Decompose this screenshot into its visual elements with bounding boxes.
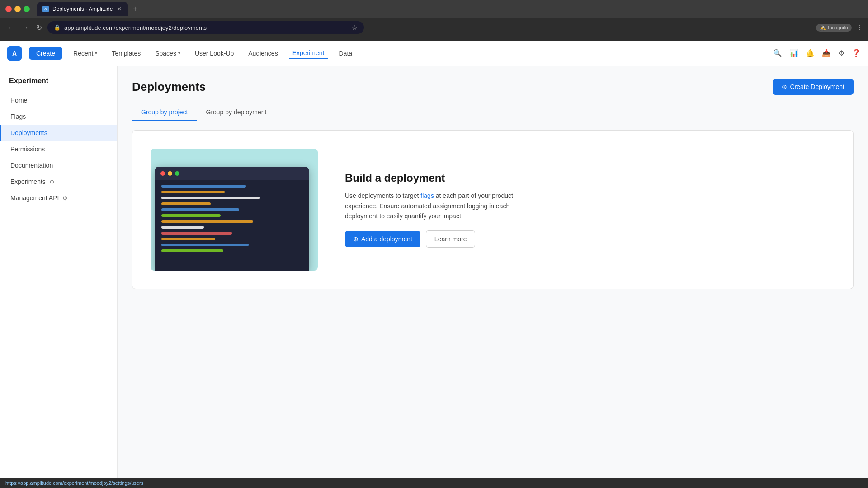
nav-audiences[interactable]: Audiences — [245, 48, 281, 59]
address-bar[interactable]: 🔒 app.amplitude.com/experiment/moodjoy2/… — [47, 21, 364, 34]
tab-nav: Group by project Group by deployment — [132, 104, 854, 121]
deployment-description: Use deployments to target flags at each … — [345, 191, 535, 221]
nav-data[interactable]: Data — [335, 48, 356, 59]
browser-maximize-button[interactable] — [24, 6, 30, 12]
window-dot-yellow — [168, 171, 172, 176]
code-line — [161, 191, 225, 193]
sidebar-label-experiments: Experiments — [10, 178, 46, 185]
chart-icon[interactable]: 📊 — [789, 49, 798, 57]
page-title: Deployments — [132, 80, 206, 94]
browser-chrome: A Deployments - Amplitude ✕ + ← → ↻ 🔒 ap… — [0, 0, 868, 41]
sidebar-label-deployments: Deployments — [10, 129, 47, 136]
learn-more-button[interactable]: Learn more — [426, 230, 476, 248]
code-window — [155, 167, 309, 271]
top-nav: A Create Recent ▾ Templates Spaces ▾ Use… — [0, 41, 868, 66]
tab-favicon: A — [42, 6, 49, 12]
create-button[interactable]: Create — [29, 47, 62, 60]
amplitude-logo[interactable]: A — [7, 46, 22, 61]
sidebar-label-flags: Flags — [10, 113, 26, 120]
browser-minimize-button[interactable] — [14, 6, 21, 12]
create-deployment-button[interactable]: ⊕ Create Deployment — [773, 79, 854, 95]
sidebar: Experiment Home Flags Deployments Permis… — [0, 66, 118, 478]
code-line — [161, 244, 249, 246]
bookmark-star-icon[interactable]: ☆ — [352, 24, 358, 31]
management-api-settings-icon: ⚙ — [62, 195, 68, 202]
sidebar-item-management-api[interactable]: Management API ⚙ — [0, 190, 117, 206]
actions: ⊕ Add a deployment Learn more — [345, 230, 535, 248]
new-tab-button[interactable]: + — [130, 5, 140, 14]
nav-right: 🔍 📊 🔔 📥 ⚙ ❓ — [773, 49, 861, 57]
deployment-illustration — [151, 149, 318, 271]
code-line — [161, 220, 253, 223]
code-line — [161, 185, 246, 188]
nav-spaces[interactable]: Spaces ▾ — [151, 48, 184, 59]
browser-addressbar: ← → ↻ 🔒 app.amplitude.com/experiment/moo… — [0, 18, 868, 37]
window-dot-green — [175, 171, 179, 176]
code-window-header — [155, 167, 309, 180]
code-line — [161, 214, 221, 217]
app-wrapper: A Create Recent ▾ Templates Spaces ▾ Use… — [0, 41, 868, 488]
tab-group-by-deployment[interactable]: Group by deployment — [197, 104, 276, 121]
page-header: Deployments ⊕ Create Deployment — [132, 79, 854, 95]
browser-menu-button[interactable]: ⋮ — [856, 24, 863, 31]
flags-link[interactable]: flags — [420, 192, 434, 199]
sidebar-label-home: Home — [10, 97, 27, 104]
url-display: app.amplitude.com/experiment/moodjoy2/de… — [64, 24, 348, 31]
sidebar-item-experiments[interactable]: Experiments ⚙ — [0, 174, 117, 190]
code-line — [161, 226, 204, 229]
sidebar-item-deployments[interactable]: Deployments — [0, 125, 117, 141]
sidebar-label-management-api: Management API — [10, 194, 59, 202]
back-button[interactable]: ← — [5, 22, 16, 33]
nav-user-lookup[interactable]: User Look-Up — [191, 48, 237, 59]
spaces-chevron-icon: ▾ — [178, 51, 180, 56]
nav-templates[interactable]: Templates — [108, 48, 144, 59]
nav-experiment[interactable]: Experiment — [289, 47, 328, 59]
status-url: https://app.amplitude.com/experiment/moo… — [5, 480, 143, 486]
recent-chevron-icon: ▾ — [95, 51, 97, 56]
bell-icon[interactable]: 🔔 — [806, 49, 815, 57]
deployment-text: Build a deployment Use deployments to ta… — [345, 172, 535, 247]
settings-icon[interactable]: ⚙ — [838, 49, 844, 57]
experiments-settings-icon: ⚙ — [49, 178, 55, 185]
search-icon[interactable]: 🔍 — [773, 49, 782, 57]
deployment-heading: Build a deployment — [345, 172, 535, 184]
inbox-icon[interactable]: 📥 — [822, 49, 831, 57]
code-line — [161, 208, 239, 211]
sidebar-item-flags[interactable]: Flags — [0, 108, 117, 125]
tab-title: Deployments - Amplitude — [52, 6, 113, 12]
help-icon[interactable]: ❓ — [852, 49, 861, 57]
content-card: Build a deployment Use deployments to ta… — [132, 130, 854, 289]
sidebar-item-documentation[interactable]: Documentation — [0, 157, 117, 174]
nav-recent[interactable]: Recent ▾ — [70, 48, 101, 59]
sidebar-label-documentation: Documentation — [10, 162, 53, 169]
code-line — [161, 249, 223, 252]
browser-titlebar: A Deployments - Amplitude ✕ + — [0, 0, 868, 18]
code-line — [161, 232, 232, 235]
add-deployment-button[interactable]: ⊕ Add a deployment — [345, 231, 420, 247]
code-lines — [155, 180, 309, 257]
sidebar-label-permissions: Permissions — [10, 145, 45, 153]
code-line — [161, 238, 215, 240]
tab-group-by-project[interactable]: Group by project — [132, 104, 197, 121]
code-line — [161, 197, 260, 199]
sidebar-item-home[interactable]: Home — [0, 92, 117, 108]
active-tab[interactable]: A Deployments - Amplitude ✕ — [37, 2, 128, 16]
status-bar: https://app.amplitude.com/experiment/moo… — [0, 478, 868, 488]
plus-icon: ⊕ — [782, 83, 787, 90]
incognito-badge: 🕵 Incognito — [816, 24, 852, 32]
reload-button[interactable]: ↻ — [34, 22, 44, 34]
browser-controls — [5, 6, 30, 12]
code-line — [161, 202, 211, 205]
layout: Experiment Home Flags Deployments Permis… — [0, 66, 868, 478]
browser-close-button[interactable] — [5, 6, 12, 12]
sidebar-title: Experiment — [0, 73, 117, 92]
tab-close-button[interactable]: ✕ — [116, 6, 123, 12]
add-icon: ⊕ — [353, 235, 359, 243]
browser-actions: 🕵 Incognito ⋮ — [816, 24, 863, 32]
main-content: Deployments ⊕ Create Deployment Group by… — [118, 66, 868, 478]
window-dot-red — [160, 171, 165, 176]
sidebar-item-permissions[interactable]: Permissions — [0, 141, 117, 157]
forward-button[interactable]: → — [20, 22, 31, 33]
